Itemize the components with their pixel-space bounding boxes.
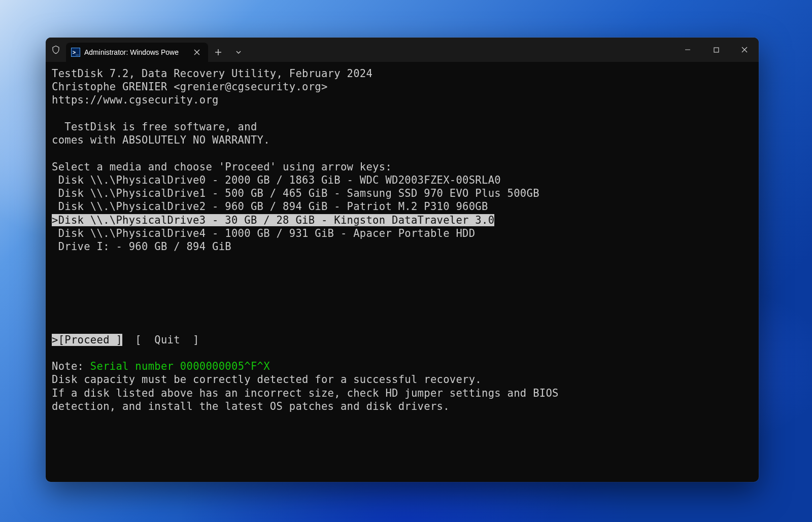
tab-title: Administrator: Windows Powe: [84, 48, 188, 56]
close-icon[interactable]: [192, 47, 202, 57]
tab-active[interactable]: >_ Administrator: Windows Powe: [66, 43, 208, 62]
quit-action[interactable]: [ Quit ]: [122, 334, 199, 346]
shield-icon: [46, 38, 66, 62]
disk-entry-selected[interactable]: >Disk \\.\PhysicalDrive3 - 30 GB / 28 Gi…: [52, 214, 494, 226]
footer-line: detection, and install the latest OS pat…: [52, 400, 450, 412]
header-line: Christophe GRENIER <grenier@cgsecurity.o…: [52, 81, 328, 93]
powershell-icon: >_: [71, 48, 80, 57]
disk-entry[interactable]: Disk \\.\PhysicalDrive4 - 1000 GB / 931 …: [52, 227, 475, 239]
footer-line: If a disk listed above has an incorrect …: [52, 387, 559, 399]
serial-number: Serial number 0000000005^F^X: [90, 360, 270, 372]
tab-dropdown-button[interactable]: [228, 43, 249, 62]
new-tab-button[interactable]: [208, 43, 228, 62]
terminal-window: >_ Administrator: Windows Powe: [46, 38, 759, 482]
close-button[interactable]: [730, 38, 759, 62]
header-line: TestDisk 7.2, Data Recovery Utility, Feb…: [52, 67, 373, 80]
header-line: https://www.cgsecurity.org: [52, 94, 219, 106]
window-controls: [673, 38, 759, 62]
maximize-button[interactable]: [702, 38, 730, 62]
disk-entry[interactable]: Drive I: - 960 GB / 894 GiB: [52, 240, 231, 253]
footer-line: Disk capacity must be correctly detected…: [52, 373, 482, 386]
select-prompt: Select a media and choose 'Proceed' usin…: [52, 161, 392, 173]
note-label: Note:: [52, 360, 90, 372]
terminal-output[interactable]: TestDisk 7.2, Data Recovery Utility, Feb…: [46, 62, 759, 482]
proceed-action[interactable]: >[Proceed ]: [52, 334, 122, 346]
svg-rect-5: [714, 48, 719, 52]
info-line: TestDisk is free software, and: [52, 121, 257, 133]
titlebar[interactable]: >_ Administrator: Windows Powe: [46, 38, 759, 62]
minimize-button[interactable]: [673, 38, 702, 62]
disk-entry[interactable]: Disk \\.\PhysicalDrive2 - 960 GB / 894 G…: [52, 200, 488, 213]
titlebar-left: >_ Administrator: Windows Powe: [46, 38, 249, 62]
disk-entry[interactable]: Disk \\.\PhysicalDrive0 - 2000 GB / 1863…: [52, 174, 501, 186]
disk-entry[interactable]: Disk \\.\PhysicalDrive1 - 500 GB / 465 G…: [52, 187, 539, 199]
info-line: comes with ABSOLUTELY NO WARRANTY.: [52, 134, 270, 146]
